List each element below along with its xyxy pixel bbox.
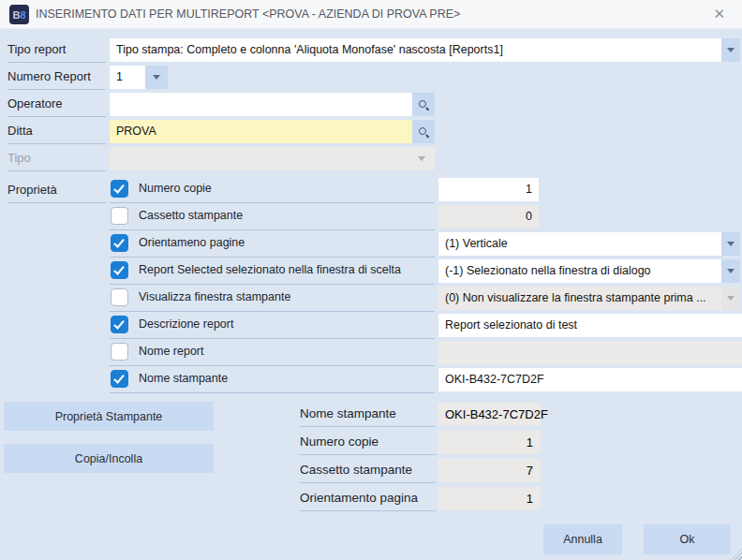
check-icon [113,236,125,247]
cassetto-stampante-value: 0 [438,205,539,228]
numero-copie-checkbox[interactable] [111,180,128,198]
resize-grip[interactable] [731,549,742,560]
property-label: Nome report [139,341,203,364]
visualizza-finestra-select-disabled: (0) Non visualizzare la finestra stampan… [438,287,721,310]
summary-numero-copie-value: 1 [438,431,541,454]
chevron-down-icon [153,75,160,80]
check-icon [113,263,125,274]
chevron-down-icon [727,242,735,246]
chevron-down-icon [727,48,735,52]
visualizza-finestra-dropdown-disabled [721,287,740,310]
report-selected-checkbox[interactable] [111,261,128,279]
check-icon [113,372,125,383]
row-divider [110,229,435,230]
row-divider [110,392,435,393]
tipo-select-disabled [110,147,435,170]
proprieta-stampante-button[interactable]: Proprietà Stampante [4,402,214,431]
ok-button[interactable]: Ok [644,524,731,554]
check-icon [113,182,125,193]
property-label: Nome stampante [139,368,228,391]
report-selected-select[interactable]: (-1) Selezionato nella finestra di dialo… [438,259,721,283]
property-label: Descrizione report [139,314,233,337]
summary-label: Orientamento pagina [300,487,436,511]
app-icon-number: 8 [20,9,25,21]
descrizione-report-checkbox[interactable] [111,316,128,333]
property-row: Descrizione report Report selezionato di… [0,314,742,341]
property-row: Nome stampante OKI-B432-7C7D2F [0,368,742,395]
window-title: INSERIMENTO DATI PER MULTIREPORT <PROVA … [36,0,460,29]
property-row: Report Selected selezionato nella finest… [0,259,742,287]
property-row: Nome report [0,341,742,368]
row-divider [110,338,435,339]
orientamento-pagine-select[interactable]: (1) Verticale [438,232,721,256]
nome-report-input-disabled [438,341,742,364]
orientamento-pagine-dropdown-button[interactable] [721,232,740,256]
summary-label: Nome stampante [300,403,436,427]
numero-report-dropdown-button[interactable] [145,66,168,89]
ditta-search-button[interactable] [412,120,435,143]
summary-nome-stampante-value: OKI-B432-7C7D2F [438,403,541,426]
operatore-input[interactable] [110,93,412,116]
summary-cassetto-stampante-value: 7 [438,459,541,482]
orientamento-pagine-checkbox[interactable] [111,234,128,252]
tipo-report-select[interactable]: Tipo stampa: Completo e colonna 'Aliquot… [110,38,721,62]
chevron-down-icon [727,296,735,301]
row-divider [110,257,435,258]
property-label: Cassetto stampante [139,205,243,228]
summary-label: Cassetto stampante [300,459,436,483]
app-icon: B8 [9,5,29,24]
copia-incolla-button[interactable]: Copia/Incolla [4,444,214,473]
ditta-input[interactable]: PROVA [110,120,412,143]
row-divider [110,284,435,285]
app-icon-letter: B [12,9,20,21]
operatore-search-button[interactable] [412,93,435,116]
numero-report-label: Numero Report [7,66,106,90]
search-icon [418,126,429,138]
tipo-label: Tipo [7,147,106,171]
property-label: Visualizza finestra stampante [139,287,290,310]
title-bar: B8 INSERIMENTO DATI PER MULTIREPORT <PRO… [0,0,742,29]
numero-copie-value[interactable]: 1 [438,178,539,201]
ditta-label: Ditta [7,120,106,144]
nome-stampante-input[interactable]: OKI-B432-7C7D2F [438,368,742,391]
descrizione-report-input[interactable]: Report selezionato di test [438,314,742,337]
nome-report-checkbox[interactable] [111,343,128,361]
tipo-report-dropdown-button[interactable] [721,38,740,62]
property-row: Cassetto stampante 0 [0,205,742,232]
row-divider [110,202,435,203]
property-label: Report Selected selezionato nella finest… [139,259,401,283]
search-icon [418,99,429,111]
visualizza-finestra-checkbox[interactable] [111,288,128,306]
check-icon [113,317,125,329]
report-selected-dropdown-button[interactable] [721,259,740,283]
property-row: Numero copie 1 [0,178,742,205]
numero-report-input[interactable]: 1 [110,66,145,89]
summary-label: Numero copie [300,431,436,455]
operatore-label: Operatore [7,93,106,117]
chevron-down-icon [418,156,425,161]
tipo-report-label: Tipo report [7,38,106,63]
cassetto-stampante-checkbox[interactable] [111,207,128,225]
chevron-down-icon [727,269,735,273]
close-icon[interactable]: ✕ [705,0,733,29]
summary-orientamento-pagina-value: 1 [438,487,541,510]
row-divider [110,311,435,312]
row-divider [110,365,435,366]
property-row: Visualizza finestra stampante (0) Non vi… [0,287,742,314]
property-row: Orientameno pagine (1) Verticale [0,232,742,259]
nome-stampante-checkbox[interactable] [111,370,128,388]
property-label: Orientameno pagine [139,232,245,256]
property-label: Numero copie [139,178,212,201]
annulla-button[interactable]: Annulla [543,524,622,554]
